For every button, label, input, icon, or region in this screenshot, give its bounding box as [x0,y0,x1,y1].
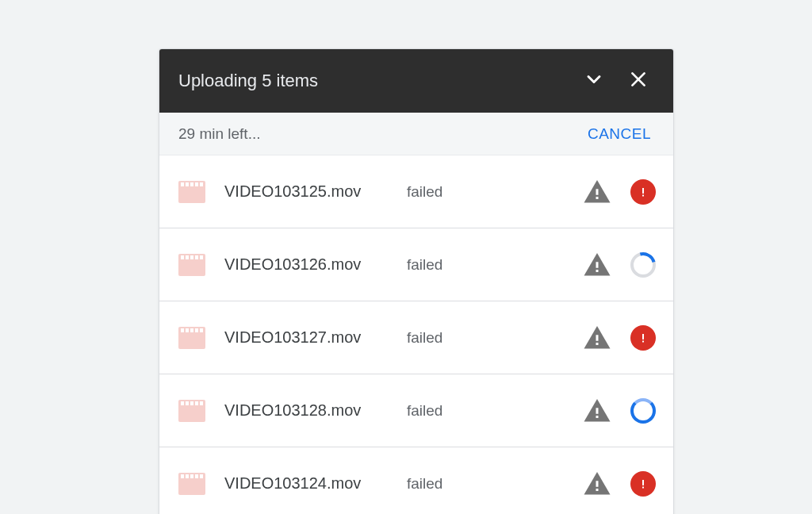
video-file-icon [178,327,205,349]
error-badge-icon [629,470,657,498]
svg-rect-14 [186,255,189,259]
svg-rect-19 [596,270,599,272]
svg-rect-15 [190,255,193,259]
svg-rect-22 [186,328,189,332]
upload-items-list[interactable]: VIDEO103125.mov failed VIDEO103126.mov f… [159,155,673,514]
file-name: VIDEO103125.mov [224,182,407,201]
video-file-icon [178,400,205,422]
svg-rect-9 [596,197,599,199]
file-name: VIDEO103128.mov [224,401,407,420]
svg-rect-42 [195,474,198,478]
svg-rect-11 [642,194,644,196]
upload-item: VIDEO103125.mov failed [159,155,673,228]
svg-rect-6 [195,182,198,186]
file-status: failed [407,329,583,347]
warning-icon [583,251,611,279]
video-file-icon [178,473,205,495]
chevron-down-icon [583,68,605,94]
svg-rect-18 [596,262,599,268]
svg-rect-47 [642,486,644,488]
error-badge-icon [629,178,657,206]
svg-rect-46 [642,480,644,485]
svg-rect-10 [642,188,644,194]
error-badge-icon [629,324,657,352]
svg-rect-43 [200,474,203,478]
file-status: failed [407,402,583,420]
video-file-icon [178,181,205,203]
cancel-button[interactable]: CANCEL [584,121,654,148]
close-icon [628,69,649,93]
file-status: failed [407,475,583,493]
upload-item: VIDEO103126.mov failed [159,228,673,301]
svg-rect-33 [190,401,193,405]
svg-rect-23 [190,328,193,332]
svg-rect-24 [195,328,198,332]
svg-rect-25 [200,328,203,332]
file-status: failed [407,183,583,201]
svg-rect-35 [200,401,203,405]
svg-rect-5 [190,182,193,186]
file-name: VIDEO103127.mov [224,328,407,347]
svg-rect-45 [596,489,599,491]
file-status: failed [407,256,583,274]
svg-rect-8 [596,189,599,195]
upload-progress-panel: Uploading 5 items 29 min left... CANCEL … [159,48,674,514]
warning-icon [583,470,611,498]
video-file-icon [178,254,205,276]
warning-icon [583,178,611,206]
svg-rect-17 [200,255,203,259]
panel-header: Uploading 5 items [159,49,673,113]
svg-rect-13 [181,255,184,259]
svg-rect-32 [186,401,189,405]
svg-rect-16 [195,255,198,259]
svg-rect-41 [190,474,193,478]
upload-item: VIDEO103124.mov failed [159,447,673,514]
svg-rect-7 [200,182,203,186]
sub-header: 29 min left... CANCEL [159,113,673,155]
svg-rect-37 [596,416,599,418]
close-button[interactable] [622,65,654,97]
svg-rect-26 [596,335,599,341]
collapse-button[interactable] [578,65,610,97]
file-name: VIDEO103126.mov [224,255,407,274]
svg-rect-3 [181,182,184,186]
upload-item: VIDEO103127.mov failed [159,301,673,374]
svg-rect-34 [195,401,198,405]
svg-rect-29 [642,340,644,342]
panel-title: Uploading 5 items [178,71,578,91]
warning-icon [583,397,611,425]
svg-rect-4 [186,182,189,186]
svg-rect-36 [596,408,599,414]
svg-rect-31 [181,401,184,405]
svg-rect-39 [181,474,184,478]
upload-item: VIDEO103128.mov failed [159,374,673,447]
time-remaining: 29 min left... [178,125,584,143]
svg-rect-40 [186,474,189,478]
file-name: VIDEO103124.mov [224,474,407,493]
progress-spinner-icon [629,397,657,425]
warning-icon [583,324,611,352]
svg-rect-28 [642,334,644,339]
svg-rect-27 [596,343,599,345]
svg-rect-21 [181,328,184,332]
progress-spinner-icon [629,251,657,279]
svg-rect-44 [596,481,599,487]
